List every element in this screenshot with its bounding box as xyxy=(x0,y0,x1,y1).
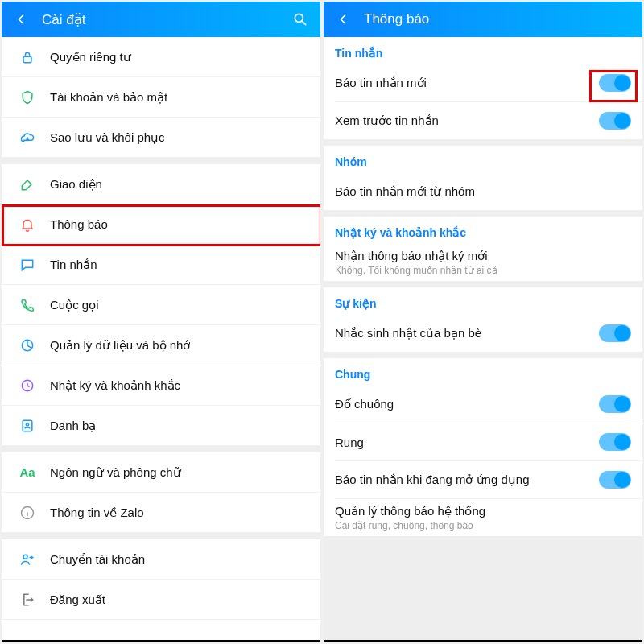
toggle-while-open[interactable] xyxy=(599,471,631,489)
settings-title: Cài đặt xyxy=(42,11,279,28)
settings-row-logout[interactable]: Đăng xuất xyxy=(2,580,320,620)
settings-row-clock[interactable]: Nhật ký và khoảnh khắc xyxy=(2,365,320,406)
row-label: Báo tin nhắn mới từ nhóm xyxy=(335,184,631,199)
section-header-event: Sự kiện xyxy=(324,287,642,315)
settings-row-label: Quản lý dữ liệu và bộ nhớ xyxy=(50,338,309,353)
row-sublabel: Cài đặt rung, chuông, thông báo xyxy=(335,520,631,531)
settings-row-shield[interactable]: Tài khoản và bảo mật xyxy=(2,77,320,118)
settings-row-cloud[interactable]: Sao lưu và khôi phục xyxy=(2,118,320,158)
toggle-preview-message[interactable] xyxy=(599,112,631,130)
settings-row-aa[interactable]: AaNgôn ngữ và phông chữ xyxy=(2,452,320,493)
logout-icon xyxy=(16,592,39,608)
row-label: Nhắc sinh nhật của bạn bè xyxy=(335,326,599,341)
settings-row-label: Ngôn ngữ và phông chữ xyxy=(50,465,309,480)
back-icon[interactable] xyxy=(335,11,351,27)
settings-row-label: Cuộc gọi xyxy=(50,298,309,312)
settings-row-lock[interactable]: Quyền riêng tư xyxy=(2,37,320,77)
settings-row-contacts[interactable]: Danh bạ xyxy=(2,406,320,446)
toggle-ring[interactable] xyxy=(599,395,631,413)
row-label: Báo tin nhắn mới xyxy=(335,76,599,90)
info-icon xyxy=(16,505,39,521)
row-label: Rung xyxy=(335,436,599,449)
screen-divider xyxy=(2,640,320,642)
settings-row-label: Danh bạ xyxy=(50,419,309,433)
row-label: Nhận thông báo nhật ký mới xyxy=(335,249,631,263)
settings-row-label: Quyền riêng tư xyxy=(50,50,309,64)
settings-row-label: Nhật ký và khoảnh khắc xyxy=(50,378,309,393)
row-ring[interactable]: Đổ chuông xyxy=(324,386,642,423)
svg-point-7 xyxy=(23,555,27,559)
section-header-group: Nhóm xyxy=(324,146,642,173)
screen-divider xyxy=(324,640,642,642)
notifications-screen: Thông báo Tin nhắn Báo tin nhắn mới Xem … xyxy=(324,2,642,642)
row-sublabel: Không. Tôi không muốn nhận từ ai cả xyxy=(335,265,631,276)
settings-row-label: Giao diện xyxy=(50,177,309,192)
settings-row-label: Tài khoản và bảo mật xyxy=(50,90,309,105)
back-icon[interactable] xyxy=(13,11,29,27)
svg-point-5 xyxy=(26,423,28,425)
toggle-new-message[interactable] xyxy=(599,74,631,92)
aa-icon: Aa xyxy=(16,465,39,479)
settings-row-phone[interactable]: Cuộc gọi xyxy=(2,285,320,325)
switch-icon xyxy=(16,551,39,568)
svg-point-0 xyxy=(295,14,303,22)
section-header-general: Chung xyxy=(324,358,642,386)
row-preview-message[interactable]: Xem trước tin nhắn xyxy=(324,102,642,139)
settings-row-label: Đăng xuất xyxy=(50,592,309,607)
row-label: Quản lý thông báo hệ thống xyxy=(335,504,631,518)
section-header-diary: Nhật ký và khoảnh khắc xyxy=(324,217,642,244)
row-birthday[interactable]: Nhắc sinh nhật của bạn bè xyxy=(324,315,642,352)
section-header-messages: Tin nhắn xyxy=(324,37,642,64)
settings-header: Cài đặt xyxy=(2,2,320,37)
clock-icon xyxy=(16,378,39,394)
contacts-icon xyxy=(16,418,39,434)
toggle-vibrate[interactable] xyxy=(599,433,631,451)
toggle-birthday[interactable] xyxy=(599,324,631,342)
settings-row-pie[interactable]: Quản lý dữ liệu và bộ nhớ xyxy=(2,325,320,365)
settings-row-label: Sao lưu và khôi phục xyxy=(50,130,309,145)
settings-row-label: Thông tin về Zalo xyxy=(50,506,309,520)
row-system-notify[interactable]: Quản lý thông báo hệ thống Cài đặt rung,… xyxy=(324,499,642,536)
settings-row-brush[interactable]: Giao diện xyxy=(2,164,320,204)
settings-row-info[interactable]: Thông tin về Zalo xyxy=(2,493,320,533)
settings-row-chat[interactable]: Tin nhắn xyxy=(2,245,320,285)
svg-rect-1 xyxy=(23,56,31,63)
row-group-message[interactable]: Báo tin nhắn mới từ nhóm xyxy=(324,173,642,210)
row-label: Xem trước tin nhắn xyxy=(335,114,599,128)
cloud-icon xyxy=(16,130,39,146)
row-label: Báo tin nhắn khi đang mở ứng dụng xyxy=(335,473,599,487)
brush-icon xyxy=(16,176,39,192)
row-while-open[interactable]: Báo tin nhắn khi đang mở ứng dụng xyxy=(324,461,642,498)
row-new-message[interactable]: Báo tin nhắn mới xyxy=(324,64,642,101)
settings-row-bell[interactable]: Thông báo xyxy=(2,204,320,245)
row-diary-notify[interactable]: Nhận thông báo nhật ký mới Không. Tôi kh… xyxy=(324,244,642,281)
lock-icon xyxy=(16,49,39,65)
phone-icon xyxy=(16,297,39,313)
pie-icon xyxy=(16,337,39,353)
settings-list: Quyền riêng tưTài khoản và bảo mậtSao lư… xyxy=(2,37,320,642)
settings-row-label: Tin nhắn xyxy=(50,258,309,272)
search-icon[interactable] xyxy=(291,10,309,28)
chat-icon xyxy=(16,257,39,273)
bell-icon xyxy=(16,217,39,233)
settings-row-switch[interactable]: Chuyển tài khoản xyxy=(2,539,320,580)
notifications-header: Thông báo xyxy=(324,2,642,37)
shield-icon xyxy=(16,89,39,105)
settings-row-label: Chuyển tài khoản xyxy=(50,552,309,567)
settings-row-label: Thông báo xyxy=(50,217,309,231)
settings-screen: Cài đặt Quyền riêng tưTài khoản và bảo m… xyxy=(2,2,320,642)
notifications-title: Thông báo xyxy=(364,11,631,27)
row-vibrate[interactable]: Rung xyxy=(324,423,642,460)
row-label: Đổ chuông xyxy=(335,397,599,411)
